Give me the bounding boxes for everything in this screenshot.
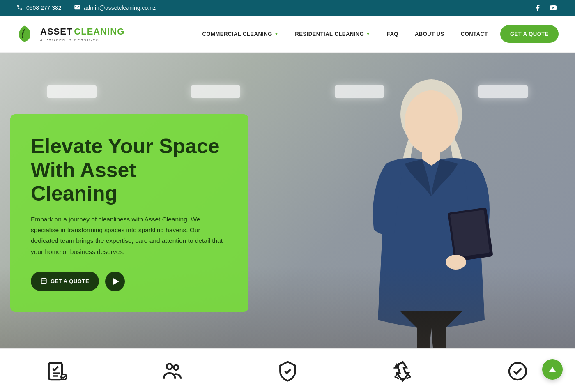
logo-asset: ASSET bbox=[40, 26, 72, 37]
topbar: 0508 277 382 admin@assetcleaning.co.nz bbox=[0, 0, 575, 16]
svg-point-16 bbox=[167, 364, 172, 369]
scroll-to-top-button[interactable] bbox=[542, 359, 563, 380]
logo[interactable]: ASSET CLEANING & PROPERTY SERVICES bbox=[16, 24, 124, 44]
logo-text: ASSET CLEANING & PROPERTY SERVICES bbox=[40, 26, 124, 42]
checklist-icon bbox=[46, 360, 69, 387]
phone-icon bbox=[16, 4, 23, 12]
youtube-icon[interactable] bbox=[548, 2, 559, 13]
phone-number: 0508 277 382 bbox=[26, 5, 62, 11]
social-links bbox=[532, 2, 559, 13]
svg-rect-12 bbox=[49, 362, 62, 379]
hero-heading-line2: With Asset Cleaning bbox=[31, 159, 136, 205]
scroll-arrow-icon bbox=[549, 367, 556, 372]
calendar-icon bbox=[41, 277, 47, 285]
logo-sub: & PROPERTY SERVICES bbox=[40, 38, 124, 42]
phone-contact[interactable]: 0508 277 382 bbox=[16, 4, 62, 12]
hero-quote-button[interactable]: GET A QUOTE bbox=[31, 272, 99, 291]
hero-section: Elevate Your Space With Asset Cleaning E… bbox=[0, 53, 575, 348]
nav-residential-label: RESIDENTIAL CLEANING bbox=[295, 31, 364, 37]
svg-point-17 bbox=[174, 365, 178, 369]
hero-play-button[interactable] bbox=[105, 272, 125, 291]
svg-rect-4 bbox=[450, 210, 490, 258]
nav-faq[interactable]: FAQ bbox=[379, 16, 407, 53]
hero-quote-label: GET A QUOTE bbox=[51, 278, 89, 284]
icon-card-shield bbox=[230, 349, 345, 392]
nav-commercial-label: COMMERCIAL CLEANING bbox=[202, 31, 272, 37]
icon-card-checklist bbox=[0, 349, 115, 392]
nav-get-quote-button[interactable]: GET A QUOTE bbox=[500, 25, 559, 43]
recycle-icon bbox=[391, 360, 414, 387]
icon-card-recycle bbox=[345, 349, 460, 392]
nav-contact-label: CONTACT bbox=[461, 31, 488, 37]
verified-icon bbox=[506, 360, 529, 387]
nav-commercial-cleaning[interactable]: COMMERCIAL CLEANING ▼ bbox=[194, 16, 287, 53]
commercial-dropdown-arrow: ▼ bbox=[274, 32, 278, 36]
icon-card-team bbox=[115, 349, 230, 392]
email-icon bbox=[74, 4, 80, 12]
nav-about-label: ABOUT US bbox=[415, 31, 444, 37]
play-triangle-icon bbox=[113, 278, 119, 285]
topbar-left: 0508 277 382 admin@assetcleaning.co.nz bbox=[16, 4, 156, 12]
shield-check-icon bbox=[276, 360, 299, 387]
svg-rect-8 bbox=[41, 279, 46, 284]
nav-residential-cleaning[interactable]: RESIDENTIAL CLEANING ▼ bbox=[287, 16, 378, 53]
nav-faq-label: FAQ bbox=[387, 31, 398, 37]
svg-point-1 bbox=[405, 90, 458, 154]
nav-contact[interactable]: CONTACT bbox=[453, 16, 496, 53]
nav-links: COMMERCIAL CLEANING ▼ RESIDENTIAL CLEANI… bbox=[194, 16, 559, 53]
facebook-icon[interactable] bbox=[532, 2, 543, 13]
hero-card: Elevate Your Space With Asset Cleaning E… bbox=[10, 114, 248, 312]
residential-dropdown-arrow: ▼ bbox=[366, 32, 370, 36]
logo-cleaning: CLEANING bbox=[74, 26, 124, 37]
icons-strip bbox=[0, 348, 575, 392]
email-address: admin@assetcleaning.co.nz bbox=[84, 5, 156, 11]
email-contact[interactable]: admin@assetcleaning.co.nz bbox=[74, 4, 156, 12]
hero-heading: Elevate Your Space With Asset Cleaning bbox=[31, 135, 228, 206]
hero-buttons: GET A QUOTE bbox=[31, 272, 228, 291]
hero-heading-line1: Elevate Your Space bbox=[31, 135, 220, 158]
hero-subtext: Embark on a journey of cleanliness with … bbox=[31, 214, 228, 257]
navbar: ASSET CLEANING & PROPERTY SERVICES COMME… bbox=[0, 16, 575, 53]
nav-about-us[interactable]: ABOUT US bbox=[407, 16, 453, 53]
logo-icon bbox=[16, 24, 37, 44]
team-icon bbox=[161, 360, 184, 387]
